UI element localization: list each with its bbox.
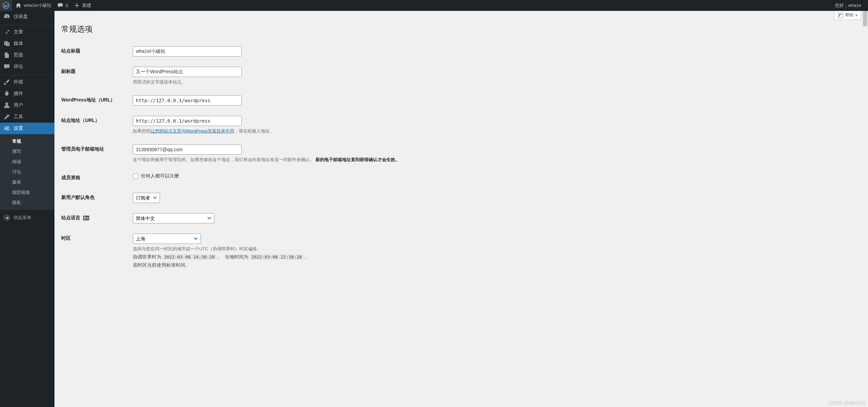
siteurl-help-link[interactable]: 让您的站点主页与WordPress安装目录不同	[150, 128, 234, 134]
sidebar-item-comments[interactable]: 评论	[0, 61, 54, 73]
collapse-icon: ◀	[3, 214, 10, 221]
sub-item-general[interactable]: 常规	[0, 136, 54, 146]
sidebar-item-plugins[interactable]: 插件	[0, 88, 54, 99]
menu-separator	[0, 74, 54, 75]
image-placeholder-icon	[838, 13, 843, 18]
tagline-description: 用简洁的文字描述本站点。	[133, 79, 400, 85]
sub-item-writing[interactable]: 撰写	[0, 146, 54, 157]
wpurl-label: WordPress地址（URL）	[61, 90, 129, 111]
new-label: 新建	[82, 2, 91, 9]
sub-item-discussion[interactable]: 讨论	[0, 167, 54, 177]
sidebar-item-tools[interactable]: 工具	[0, 111, 54, 123]
help-label: 帮助	[845, 12, 853, 18]
sidebar-item-label: 仪表盘	[14, 14, 28, 20]
wp-logo-menu[interactable]	[0, 0, 12, 11]
media-icon	[3, 40, 10, 47]
content-area: 帮助 ▾ 常规选项 站点标题 副标题 用简洁的文字描述本站点。 WordPres…	[54, 11, 868, 407]
home-icon	[15, 2, 22, 9]
site-title-input[interactable]	[133, 46, 242, 57]
watermark-text: CSDN @vlan103	[829, 400, 865, 406]
user-icon	[3, 102, 10, 109]
plug-icon	[3, 90, 10, 97]
admin-email-description: 这个地址将被用于管理目的。如果您修改这个地址，我们将会向新地址发送一封邮件来确认…	[133, 157, 400, 163]
sub-item-privacy[interactable]: 隐私	[0, 198, 54, 208]
sidebar-item-label: 评论	[14, 64, 23, 70]
comment-icon	[57, 2, 64, 9]
sidebar-item-pages[interactable]: 页面	[0, 49, 54, 61]
svg-point-2	[5, 103, 8, 105]
translate-icon: 文A	[83, 216, 89, 220]
sidebar-item-label: 设置	[14, 125, 23, 131]
timezone-select[interactable]: 上海	[133, 234, 201, 244]
wordpress-icon	[3, 2, 10, 9]
sidebar-item-label: 工具	[14, 114, 23, 120]
sidebar-item-label: 文章	[14, 29, 23, 35]
default-role-label: 新用户默认角色	[61, 188, 129, 208]
sidebar-item-settings[interactable]: 设置	[0, 123, 54, 134]
siteurl-input[interactable]	[133, 116, 242, 126]
default-role-select[interactable]: 订阅者	[133, 193, 160, 203]
plus-icon	[74, 2, 80, 9]
my-account-link[interactable]: 您好，wha1e	[832, 0, 864, 11]
sliders-icon	[3, 125, 10, 132]
sub-item-permalinks[interactable]: 固定链接	[0, 187, 54, 198]
sidebar-item-dashboard[interactable]: 仪表盘	[0, 11, 54, 22]
site-title-label: 站点标题	[61, 41, 129, 62]
comments-count: 0	[66, 3, 68, 8]
local-time: 2022-03-08 22:38:28	[250, 254, 303, 260]
membership-checkbox[interactable]	[133, 173, 138, 179]
page-icon	[3, 52, 10, 59]
collapse-menu-button[interactable]: ◀ 收起菜单	[0, 212, 54, 223]
sidebar-item-label: 媒体	[14, 41, 23, 47]
scroll-thumb[interactable]	[863, 11, 867, 26]
sidebar-item-label: 插件	[14, 91, 23, 97]
dashboard-icon	[3, 13, 10, 20]
tagline-input[interactable]	[133, 67, 242, 77]
sidebar-item-posts[interactable]: 文章	[0, 26, 54, 38]
svg-point-1	[5, 42, 6, 43]
site-name-link[interactable]: wha1e/小破站	[12, 0, 54, 11]
comments-link[interactable]: 0	[54, 0, 71, 11]
admin-toolbar: wha1e/小破站 0 新建 您好，wha1e	[0, 0, 868, 11]
utc-time: 2022-03-08 14:38:28	[163, 254, 216, 260]
chevron-down-icon: ▾	[855, 13, 857, 18]
settings-form: 站点标题 副标题 用简洁的文字描述本站点。 WordPress地址（URL） 站…	[61, 41, 403, 273]
admin-email-input[interactable]	[133, 144, 242, 155]
site-language-select[interactable]: 简体中文	[133, 213, 214, 223]
collapse-label: 收起菜单	[14, 215, 31, 221]
admin-email-label: 管理员电子邮箱地址	[61, 139, 129, 168]
comment-icon	[3, 63, 10, 70]
sub-item-reading[interactable]: 阅读	[0, 157, 54, 167]
sidebar-item-label: 页面	[14, 52, 23, 58]
window-scrollbar[interactable]	[862, 0, 868, 407]
admin-sidebar: 仪表盘 文章 媒体 页面 评论 外观 插件 用户 工具 设置 常规 撰写 阅读	[0, 11, 54, 407]
siteurl-description: 如果您想让您的站点主页与WordPress安装目录不同，请在此输入地址。	[133, 128, 400, 134]
wrench-icon	[3, 113, 10, 120]
howdy-text: 您好，wha1e	[835, 2, 861, 9]
membership-check-label[interactable]: 任何人都可以注册	[133, 173, 400, 179]
new-content-link[interactable]: 新建	[71, 0, 94, 11]
site-name-text: wha1e/小破站	[24, 2, 51, 9]
settings-submenu: 常规 撰写 阅读 讨论 媒体 固定链接 隐私	[0, 134, 54, 210]
timezone-description: 选择与您在同一时区的城市或一个UTC（协调世界时）时区偏移。	[133, 246, 400, 252]
wpurl-input[interactable]	[133, 95, 242, 106]
timezone-std-info: 该时区当前使用标准时间。	[133, 262, 400, 268]
brush-icon	[3, 79, 10, 85]
page-title: 常规选项	[61, 14, 861, 41]
help-tab-button[interactable]: 帮助 ▾	[834, 11, 861, 20]
menu-separator	[0, 24, 54, 25]
sub-item-media[interactable]: 媒体	[0, 177, 54, 187]
sidebar-item-users[interactable]: 用户	[0, 99, 54, 111]
membership-label: 成员资格	[61, 168, 129, 188]
tagline-label: 副标题	[61, 62, 129, 90]
sidebar-item-label: 外观	[14, 79, 23, 85]
site-language-label: 站点语言 文A	[61, 208, 129, 229]
sidebar-item-label: 用户	[14, 102, 23, 108]
sidebar-item-media[interactable]: 媒体	[0, 38, 54, 49]
pin-icon	[3, 29, 10, 35]
timezone-label: 时区	[61, 229, 129, 273]
siteurl-label: 站点地址（URL）	[61, 111, 129, 139]
sidebar-item-appearance[interactable]: 外观	[0, 76, 54, 88]
timezone-info: 协调世界时为 2022-03-08 14:38:28 。 当地时间为 2022-…	[133, 254, 400, 260]
